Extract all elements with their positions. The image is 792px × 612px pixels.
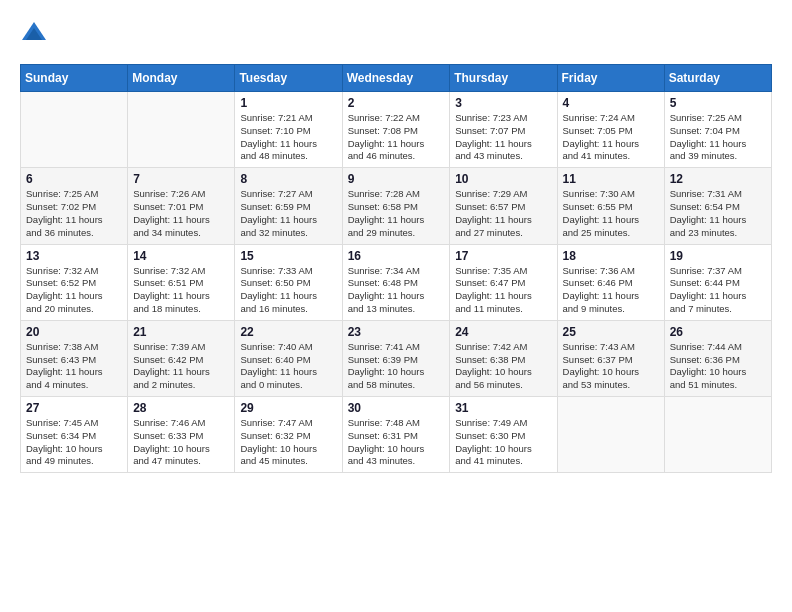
day-info: Sunrise: 7:27 AM Sunset: 6:59 PM Dayligh… xyxy=(240,188,336,239)
day-info: Sunrise: 7:37 AM Sunset: 6:44 PM Dayligh… xyxy=(670,265,766,316)
calendar-cell: 1Sunrise: 7:21 AM Sunset: 7:10 PM Daylig… xyxy=(235,92,342,168)
calendar-cell: 3Sunrise: 7:23 AM Sunset: 7:07 PM Daylig… xyxy=(450,92,557,168)
logo xyxy=(20,20,52,48)
day-number: 30 xyxy=(348,401,445,415)
day-info: Sunrise: 7:25 AM Sunset: 7:02 PM Dayligh… xyxy=(26,188,122,239)
day-info: Sunrise: 7:23 AM Sunset: 7:07 PM Dayligh… xyxy=(455,112,551,163)
day-number: 29 xyxy=(240,401,336,415)
day-info: Sunrise: 7:28 AM Sunset: 6:58 PM Dayligh… xyxy=(348,188,445,239)
calendar-cell: 26Sunrise: 7:44 AM Sunset: 6:36 PM Dayli… xyxy=(664,320,771,396)
calendar-cell: 28Sunrise: 7:46 AM Sunset: 6:33 PM Dayli… xyxy=(128,397,235,473)
calendar-week-row: 6Sunrise: 7:25 AM Sunset: 7:02 PM Daylig… xyxy=(21,168,772,244)
calendar-cell: 18Sunrise: 7:36 AM Sunset: 6:46 PM Dayli… xyxy=(557,244,664,320)
calendar-cell: 21Sunrise: 7:39 AM Sunset: 6:42 PM Dayli… xyxy=(128,320,235,396)
day-info: Sunrise: 7:39 AM Sunset: 6:42 PM Dayligh… xyxy=(133,341,229,392)
day-info: Sunrise: 7:25 AM Sunset: 7:04 PM Dayligh… xyxy=(670,112,766,163)
day-info: Sunrise: 7:48 AM Sunset: 6:31 PM Dayligh… xyxy=(348,417,445,468)
day-number: 13 xyxy=(26,249,122,263)
calendar-cell xyxy=(128,92,235,168)
day-number: 19 xyxy=(670,249,766,263)
calendar-cell: 12Sunrise: 7:31 AM Sunset: 6:54 PM Dayli… xyxy=(664,168,771,244)
calendar-cell: 14Sunrise: 7:32 AM Sunset: 6:51 PM Dayli… xyxy=(128,244,235,320)
calendar-cell: 24Sunrise: 7:42 AM Sunset: 6:38 PM Dayli… xyxy=(450,320,557,396)
calendar-cell: 27Sunrise: 7:45 AM Sunset: 6:34 PM Dayli… xyxy=(21,397,128,473)
day-number: 18 xyxy=(563,249,659,263)
calendar-cell xyxy=(664,397,771,473)
day-info: Sunrise: 7:46 AM Sunset: 6:33 PM Dayligh… xyxy=(133,417,229,468)
calendar-cell: 15Sunrise: 7:33 AM Sunset: 6:50 PM Dayli… xyxy=(235,244,342,320)
calendar-cell: 16Sunrise: 7:34 AM Sunset: 6:48 PM Dayli… xyxy=(342,244,450,320)
day-number: 23 xyxy=(348,325,445,339)
header-saturday: Saturday xyxy=(664,65,771,92)
header-tuesday: Tuesday xyxy=(235,65,342,92)
day-number: 3 xyxy=(455,96,551,110)
day-number: 26 xyxy=(670,325,766,339)
day-number: 22 xyxy=(240,325,336,339)
day-info: Sunrise: 7:29 AM Sunset: 6:57 PM Dayligh… xyxy=(455,188,551,239)
day-number: 24 xyxy=(455,325,551,339)
calendar-cell: 8Sunrise: 7:27 AM Sunset: 6:59 PM Daylig… xyxy=(235,168,342,244)
day-number: 25 xyxy=(563,325,659,339)
calendar-cell: 31Sunrise: 7:49 AM Sunset: 6:30 PM Dayli… xyxy=(450,397,557,473)
calendar-cell: 29Sunrise: 7:47 AM Sunset: 6:32 PM Dayli… xyxy=(235,397,342,473)
header-wednesday: Wednesday xyxy=(342,65,450,92)
day-number: 2 xyxy=(348,96,445,110)
day-number: 16 xyxy=(348,249,445,263)
day-number: 5 xyxy=(670,96,766,110)
day-info: Sunrise: 7:42 AM Sunset: 6:38 PM Dayligh… xyxy=(455,341,551,392)
logo-icon xyxy=(20,20,48,48)
day-number: 10 xyxy=(455,172,551,186)
calendar-cell: 4Sunrise: 7:24 AM Sunset: 7:05 PM Daylig… xyxy=(557,92,664,168)
calendar-cell: 2Sunrise: 7:22 AM Sunset: 7:08 PM Daylig… xyxy=(342,92,450,168)
day-info: Sunrise: 7:34 AM Sunset: 6:48 PM Dayligh… xyxy=(348,265,445,316)
day-number: 7 xyxy=(133,172,229,186)
day-info: Sunrise: 7:21 AM Sunset: 7:10 PM Dayligh… xyxy=(240,112,336,163)
calendar-cell: 22Sunrise: 7:40 AM Sunset: 6:40 PM Dayli… xyxy=(235,320,342,396)
day-info: Sunrise: 7:38 AM Sunset: 6:43 PM Dayligh… xyxy=(26,341,122,392)
day-number: 9 xyxy=(348,172,445,186)
page-header xyxy=(20,20,772,48)
calendar-cell: 7Sunrise: 7:26 AM Sunset: 7:01 PM Daylig… xyxy=(128,168,235,244)
calendar-week-row: 1Sunrise: 7:21 AM Sunset: 7:10 PM Daylig… xyxy=(21,92,772,168)
day-info: Sunrise: 7:47 AM Sunset: 6:32 PM Dayligh… xyxy=(240,417,336,468)
calendar-cell: 6Sunrise: 7:25 AM Sunset: 7:02 PM Daylig… xyxy=(21,168,128,244)
day-number: 8 xyxy=(240,172,336,186)
calendar-week-row: 20Sunrise: 7:38 AM Sunset: 6:43 PM Dayli… xyxy=(21,320,772,396)
day-info: Sunrise: 7:32 AM Sunset: 6:51 PM Dayligh… xyxy=(133,265,229,316)
day-info: Sunrise: 7:40 AM Sunset: 6:40 PM Dayligh… xyxy=(240,341,336,392)
day-number: 28 xyxy=(133,401,229,415)
day-number: 31 xyxy=(455,401,551,415)
day-number: 1 xyxy=(240,96,336,110)
header-thursday: Thursday xyxy=(450,65,557,92)
day-info: Sunrise: 7:31 AM Sunset: 6:54 PM Dayligh… xyxy=(670,188,766,239)
calendar-cell: 11Sunrise: 7:30 AM Sunset: 6:55 PM Dayli… xyxy=(557,168,664,244)
calendar-cell: 5Sunrise: 7:25 AM Sunset: 7:04 PM Daylig… xyxy=(664,92,771,168)
calendar-cell: 10Sunrise: 7:29 AM Sunset: 6:57 PM Dayli… xyxy=(450,168,557,244)
calendar-cell: 30Sunrise: 7:48 AM Sunset: 6:31 PM Dayli… xyxy=(342,397,450,473)
day-number: 14 xyxy=(133,249,229,263)
calendar-week-row: 27Sunrise: 7:45 AM Sunset: 6:34 PM Dayli… xyxy=(21,397,772,473)
day-number: 12 xyxy=(670,172,766,186)
day-info: Sunrise: 7:22 AM Sunset: 7:08 PM Dayligh… xyxy=(348,112,445,163)
calendar-cell: 13Sunrise: 7:32 AM Sunset: 6:52 PM Dayli… xyxy=(21,244,128,320)
day-info: Sunrise: 7:33 AM Sunset: 6:50 PM Dayligh… xyxy=(240,265,336,316)
day-info: Sunrise: 7:24 AM Sunset: 7:05 PM Dayligh… xyxy=(563,112,659,163)
header-friday: Friday xyxy=(557,65,664,92)
calendar-cell: 19Sunrise: 7:37 AM Sunset: 6:44 PM Dayli… xyxy=(664,244,771,320)
day-info: Sunrise: 7:36 AM Sunset: 6:46 PM Dayligh… xyxy=(563,265,659,316)
calendar-cell: 23Sunrise: 7:41 AM Sunset: 6:39 PM Dayli… xyxy=(342,320,450,396)
day-info: Sunrise: 7:30 AM Sunset: 6:55 PM Dayligh… xyxy=(563,188,659,239)
day-number: 4 xyxy=(563,96,659,110)
day-number: 6 xyxy=(26,172,122,186)
calendar-cell xyxy=(21,92,128,168)
day-info: Sunrise: 7:32 AM Sunset: 6:52 PM Dayligh… xyxy=(26,265,122,316)
day-number: 20 xyxy=(26,325,122,339)
day-number: 11 xyxy=(563,172,659,186)
calendar-week-row: 13Sunrise: 7:32 AM Sunset: 6:52 PM Dayli… xyxy=(21,244,772,320)
day-number: 27 xyxy=(26,401,122,415)
day-info: Sunrise: 7:49 AM Sunset: 6:30 PM Dayligh… xyxy=(455,417,551,468)
day-info: Sunrise: 7:26 AM Sunset: 7:01 PM Dayligh… xyxy=(133,188,229,239)
day-number: 21 xyxy=(133,325,229,339)
day-info: Sunrise: 7:45 AM Sunset: 6:34 PM Dayligh… xyxy=(26,417,122,468)
calendar-cell xyxy=(557,397,664,473)
